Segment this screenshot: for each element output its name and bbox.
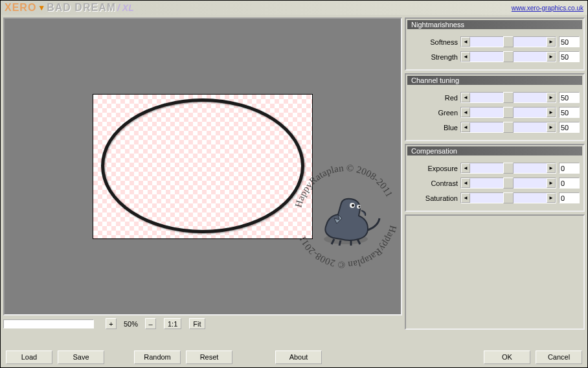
exposure-label: Exposure bbox=[406, 165, 458, 172]
zoom-percent: 50% bbox=[119, 320, 142, 328]
softness-label: Softness bbox=[406, 38, 458, 46]
strength-label: Strength bbox=[406, 53, 458, 61]
contrast-label: Contrast bbox=[406, 179, 458, 187]
blue-slider[interactable]: ◄► bbox=[460, 122, 556, 133]
preview-area: HappyRataplan © 2008-2011 HappyRataplan … bbox=[3, 17, 402, 330]
zoom-in-button[interactable]: + bbox=[106, 318, 117, 329]
slider-right-icon[interactable]: ► bbox=[547, 37, 556, 47]
row-green: Green ◄► bbox=[406, 105, 583, 120]
saturation-slider[interactable]: ◄► bbox=[460, 192, 556, 203]
brand-xero: XERO bbox=[5, 2, 36, 14]
side-spacer bbox=[405, 214, 585, 330]
row-red: Red ◄► bbox=[406, 90, 583, 105]
brand-triangle-icon: ▼ bbox=[38, 3, 45, 12]
zoom-1-1-button[interactable]: 1:1 bbox=[164, 318, 181, 329]
row-strength: Strength ◄ ► bbox=[406, 49, 583, 64]
zoom-bar: + 50% – 1:1 Fit bbox=[3, 316, 402, 330]
exposure-value[interactable] bbox=[559, 163, 580, 174]
saturation-value[interactable] bbox=[559, 192, 580, 203]
red-slider[interactable]: ◄► bbox=[460, 92, 556, 103]
oval-shape bbox=[101, 98, 304, 233]
panel-nightmarishness: Nightmarishness Softness ◄ ► Strength ◄ … bbox=[405, 17, 585, 71]
slider-left-icon[interactable]: ◄ bbox=[461, 93, 470, 102]
svg-point-3 bbox=[350, 203, 355, 208]
brand-product: BAD DREAM bbox=[47, 2, 116, 14]
slider-left-icon[interactable]: ◄ bbox=[461, 108, 470, 117]
svg-point-6 bbox=[359, 206, 361, 208]
panel-title: Compensation bbox=[407, 146, 582, 155]
red-label: Red bbox=[406, 94, 458, 102]
svg-point-5 bbox=[357, 205, 361, 209]
slider-left-icon[interactable]: ◄ bbox=[461, 37, 470, 47]
save-button[interactable]: Save bbox=[58, 351, 104, 364]
contrast-value[interactable] bbox=[559, 178, 580, 189]
blue-value[interactable] bbox=[559, 122, 580, 133]
slider-right-icon[interactable]: ► bbox=[547, 163, 556, 173]
reset-button[interactable]: Reset bbox=[186, 351, 232, 364]
preview-image bbox=[93, 94, 313, 239]
red-value[interactable] bbox=[559, 92, 580, 103]
slider-left-icon[interactable]: ◄ bbox=[461, 52, 470, 62]
slider-left-icon[interactable]: ◄ bbox=[461, 122, 470, 132]
slider-right-icon[interactable]: ► bbox=[547, 52, 556, 62]
slider-left-icon[interactable]: ◄ bbox=[461, 193, 470, 203]
zoom-out-button[interactable]: – bbox=[145, 318, 156, 329]
panel-compensation: Compensation Exposure ◄► Contrast ◄► Sat… bbox=[405, 144, 585, 212]
bottom-bar: Load Save Random Reset About OK Cancel bbox=[1, 347, 587, 367]
random-button[interactable]: Random bbox=[134, 351, 181, 364]
slider-right-icon[interactable]: ► bbox=[547, 93, 556, 102]
slider-right-icon[interactable]: ► bbox=[547, 108, 556, 117]
load-button[interactable]: Load bbox=[6, 351, 52, 364]
svg-point-2 bbox=[324, 234, 368, 244]
cancel-button[interactable]: Cancel bbox=[536, 351, 582, 364]
progress-bar bbox=[3, 319, 94, 328]
brand-xl: / XL bbox=[117, 3, 134, 13]
slider-left-icon[interactable]: ◄ bbox=[461, 163, 470, 173]
row-saturation: Saturation ◄► bbox=[406, 190, 583, 205]
green-label: Green bbox=[406, 109, 458, 117]
softness-value[interactable] bbox=[559, 36, 580, 47]
slider-right-icon[interactable]: ► bbox=[547, 122, 556, 132]
green-value[interactable] bbox=[559, 107, 580, 118]
panel-title: Channel tuning bbox=[407, 76, 582, 85]
row-softness: Softness ◄ ► bbox=[406, 34, 583, 49]
slider-left-icon[interactable]: ◄ bbox=[461, 178, 470, 188]
row-blue: Blue ◄► bbox=[406, 120, 583, 135]
blue-label: Blue bbox=[406, 124, 458, 132]
zoom-fit-button[interactable]: Fit bbox=[189, 318, 205, 329]
ok-button[interactable]: OK bbox=[484, 351, 530, 364]
preview-viewport[interactable]: HappyRataplan © 2008-2011 HappyRataplan … bbox=[3, 17, 402, 316]
svg-point-4 bbox=[352, 204, 354, 207]
strength-value[interactable] bbox=[559, 51, 580, 62]
row-contrast: Contrast ◄► bbox=[406, 176, 583, 190]
slider-right-icon[interactable]: ► bbox=[547, 178, 556, 188]
website-link[interactable]: www.xero-graphics.co.uk bbox=[512, 5, 583, 12]
brand: XERO ▼ BAD DREAM / XL bbox=[5, 2, 134, 14]
green-slider[interactable]: ◄► bbox=[460, 107, 556, 118]
titlebar: XERO ▼ BAD DREAM / XL www.xero-graphics.… bbox=[1, 1, 587, 15]
slider-right-icon[interactable]: ► bbox=[547, 193, 556, 203]
saturation-label: Saturation bbox=[406, 194, 458, 202]
side-panels: Nightmarishness Softness ◄ ► Strength ◄ … bbox=[405, 17, 585, 330]
exposure-slider[interactable]: ◄► bbox=[460, 163, 556, 174]
row-exposure: Exposure ◄► bbox=[406, 161, 583, 176]
panel-title: Nightmarishness bbox=[407, 20, 582, 29]
softness-slider[interactable]: ◄ ► bbox=[460, 36, 556, 47]
contrast-slider[interactable]: ◄► bbox=[460, 178, 556, 189]
about-button[interactable]: About bbox=[275, 351, 322, 364]
panel-channel-tuning: Channel tuning Red ◄► Green ◄► Blue ◄► bbox=[405, 73, 585, 141]
strength-slider[interactable]: ◄ ► bbox=[460, 51, 556, 62]
